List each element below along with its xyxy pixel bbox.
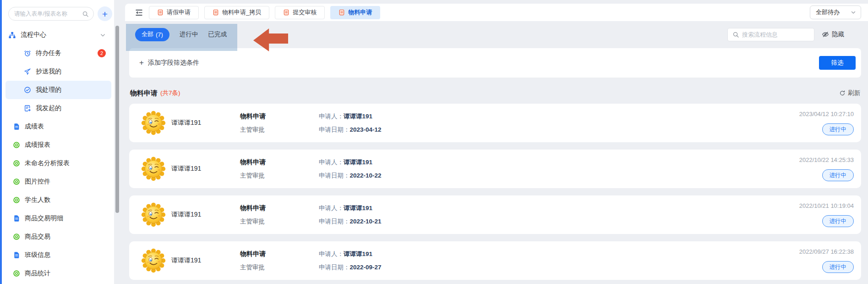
sidebar-item-label: 商品统计 [25, 269, 50, 278]
process-card[interactable]: 谭谭谭191 物料申请 主管审批 申请人：谭谭谭191 申请日期：2023-04… [129, 104, 861, 142]
sidebar-item-label: 成绩表 [25, 123, 44, 131]
applicant-value: 谭谭谭191 [344, 113, 372, 120]
sidebar-item-image-widget[interactable]: 图片控件 [2, 173, 114, 191]
applicant-value: 谭谭谭191 [344, 251, 372, 257]
eye-slash-icon [822, 31, 829, 38]
timestamp: 2023/04/12 10:27:10 [799, 111, 854, 117]
tab-label: 物料申请_拷贝 [222, 8, 261, 17]
tab-submit-review[interactable]: 提交审核 [275, 6, 325, 19]
sidebar-scrollbar[interactable] [115, 26, 119, 213]
refresh-button[interactable]: 刷新 [839, 89, 860, 97]
avatar [141, 111, 166, 135]
sidebar-item-score-form[interactable]: 成绩表 [2, 117, 114, 136]
sidebar-item-trade[interactable]: 商品交易 [2, 228, 114, 246]
timestamp: 2022/10/21 10:19:04 [799, 202, 854, 209]
doc-icon [283, 9, 289, 16]
sidebar-search[interactable] [8, 7, 94, 21]
todo-count-badge: 2 [98, 49, 106, 57]
date-value: 2022-10-22 [350, 172, 382, 179]
sidebar-item-todo-tasks[interactable]: 待办任务 2 [2, 44, 114, 62]
sidebar-item-trade-detail[interactable]: 商品交易明细 [2, 209, 114, 228]
form-name: 物料申请 [240, 250, 319, 258]
report-icon [13, 141, 20, 149]
tab-material-request[interactable]: 物料申请 [330, 6, 380, 19]
timestamp: 2022/10/22 14:25:33 [799, 156, 854, 163]
filter-condition-card: + 添加字段筛选条件 筛选 [129, 48, 861, 78]
sidebar-item-class-info[interactable]: 班级信息 [2, 246, 114, 264]
process-card[interactable]: 谭谭谭191 物料申请 主管审批 申请人：谭谭谭191 申请日期：2022-10… [129, 195, 861, 234]
sidebar-item-score-report[interactable]: 成绩报表 [2, 136, 114, 154]
refresh-icon [839, 90, 846, 96]
date-value: 2022-09-27 [350, 264, 382, 271]
sidebar-item-student-count[interactable]: 学生人数 [2, 191, 114, 209]
applicant-label: 申请人： [319, 159, 344, 166]
sidebar-search-input[interactable] [14, 11, 82, 17]
applicant-name: 谭谭谭191 [171, 256, 240, 265]
sidebar-item-cc-to-me[interactable]: 抄送我的 [2, 62, 114, 81]
sidebar-item-label: 班级信息 [25, 251, 50, 259]
date-label: 申请日期： [319, 218, 350, 225]
current-step: 主管审批 [240, 126, 319, 134]
sidebar-item-initiated-by-me[interactable]: 我发起的 [2, 99, 114, 117]
add-condition-label: 添加字段筛选条件 [148, 59, 199, 67]
top-tab-bar: 请假申请 物料申请_拷贝 提交审核 物料申请 全部待办 [125, 4, 868, 21]
list-count: (共7条) [160, 89, 180, 97]
sidebar-item-product-stats[interactable]: 商品统计 [2, 264, 114, 283]
filter-tab-label: 全部 [142, 30, 153, 39]
filter-tab-completed[interactable]: 已完成 [208, 30, 227, 39]
form-name: 物料申请 [240, 158, 319, 167]
alarm-clock-icon [24, 50, 31, 57]
report-icon [13, 196, 20, 204]
process-search[interactable] [727, 28, 814, 41]
form-doc-icon [13, 123, 20, 130]
menu-fold-icon[interactable] [134, 8, 143, 17]
sidebar-item-label: 商品交易 [25, 233, 50, 241]
avatar [141, 202, 166, 227]
hide-label: 隐藏 [832, 30, 844, 39]
tab-label: 提交审核 [293, 8, 317, 17]
avatar [141, 248, 166, 273]
doc-icon [338, 9, 345, 16]
tab-material-request-copy[interactable]: 物料申请_拷贝 [204, 6, 269, 19]
sidebar-item-label: 图片控件 [25, 178, 50, 186]
chevron-down-icon[interactable] [100, 32, 106, 38]
form-name: 物料申请 [240, 112, 319, 121]
form-doc-icon [13, 251, 20, 259]
sidebar: + 流程中心 待办任务 2 [2, 0, 114, 284]
process-search-input[interactable] [742, 31, 809, 38]
sidebar-item-unnamed-report[interactable]: 未命名分析报表 [2, 154, 114, 173]
refresh-label: 刷新 [848, 89, 860, 97]
date-label: 申请日期： [319, 264, 350, 271]
chevron-down-icon [851, 10, 856, 15]
tab-leave-request[interactable]: 请假申请 [149, 6, 199, 19]
process-card[interactable]: 谭谭谭191 物料申请 主管审批 申请人：谭谭谭191 申请日期：2022-10… [129, 150, 861, 188]
list-title: 物料申请 [130, 89, 158, 98]
date-value: 2022-10-21 [350, 218, 382, 225]
timestamp: 2022/09/27 16:22:38 [799, 248, 854, 255]
filter-tab-in-progress[interactable]: 进行中 [180, 30, 198, 39]
applicant-label: 申请人： [319, 205, 344, 212]
date-label: 申请日期： [319, 126, 350, 133]
add-form-button[interactable]: + [98, 6, 112, 21]
add-condition-button[interactable]: + 添加字段筛选条件 [139, 58, 199, 67]
current-step: 主管审批 [240, 263, 319, 272]
sidebar-item-label: 待办任务 [36, 49, 61, 57]
status-badge: 进行中 [822, 215, 854, 227]
process-card[interactable]: 谭谭谭191 物料申请 主管审批 申请人：谭谭谭191 申请日期：2022-09… [129, 241, 861, 280]
filter-tab-count: (7) [156, 31, 163, 38]
current-step: 主管审批 [240, 172, 319, 180]
sidebar-item-process-center[interactable]: 流程中心 [2, 26, 114, 44]
filter-tab-all[interactable]: 全部 (7) [135, 28, 169, 41]
hide-button[interactable]: 隐藏 [822, 30, 844, 39]
filter-button[interactable]: 筛选 [819, 56, 856, 70]
applicant-value: 谭谭谭191 [344, 159, 372, 166]
sidebar-item-label: 我发起的 [36, 104, 61, 112]
status-badge: 进行中 [822, 123, 854, 135]
todo-filter-select[interactable]: 全部待办 [810, 6, 861, 19]
date-value: 2023-04-12 [350, 126, 382, 133]
sidebar-item-label: 学生人数 [25, 196, 50, 204]
list-header: 物料申请 (共7条) 刷新 [130, 87, 860, 99]
sidebar-item-label: 抄送我的 [36, 67, 61, 76]
sidebar-item-handled-by-me[interactable]: 我处理的 [5, 81, 111, 99]
plus-icon: + [139, 58, 144, 67]
